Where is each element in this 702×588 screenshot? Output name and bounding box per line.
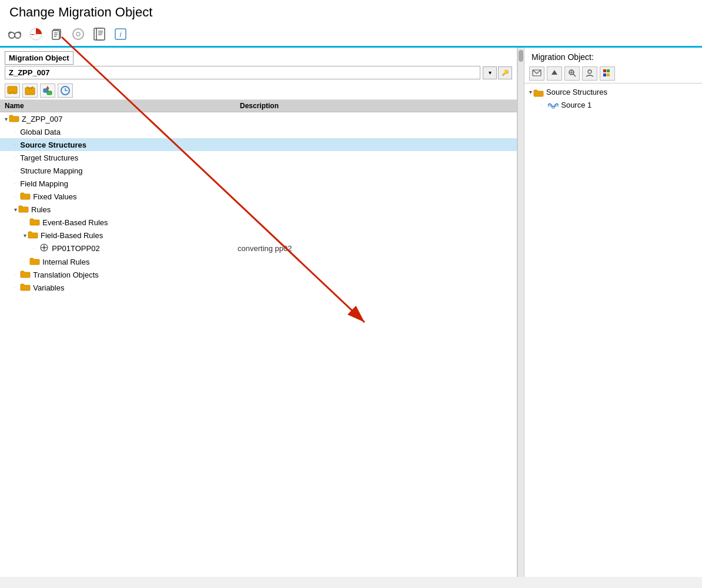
right-panel-toolbar xyxy=(524,64,702,83)
right-btn-user[interactable] xyxy=(582,66,597,81)
svg-point-13 xyxy=(76,32,80,36)
glasses-button[interactable] xyxy=(6,26,24,42)
tree-row[interactable]: ·Structure Mapping xyxy=(0,164,517,177)
title-bar: Change Migration Object xyxy=(0,0,702,22)
folder-icon xyxy=(9,114,19,124)
right-panel: Migration Object: xyxy=(524,48,702,577)
sub-btn-1[interactable] xyxy=(5,83,20,98)
tree-row[interactable]: · Fixed Values xyxy=(0,190,517,203)
svg-rect-49 xyxy=(607,74,610,76)
dropdown-button[interactable]: ▾ xyxy=(483,66,497,79)
toolbar: i xyxy=(0,22,702,48)
tree-row[interactable]: ▾ Z_ZPP_007 xyxy=(0,112,517,125)
tree-row-label: Translation Objects xyxy=(33,270,99,279)
search-button[interactable]: 🔑 xyxy=(498,66,512,79)
svg-rect-30 xyxy=(47,91,52,95)
svg-point-12 xyxy=(73,29,83,39)
tree-row[interactable]: ·Source Structures xyxy=(0,138,517,151)
tree-row-label: Fixed Values xyxy=(33,192,76,201)
right-folder-icon xyxy=(533,88,546,97)
tree-row[interactable]: · Internal Rules xyxy=(0,255,517,268)
tree-row-desc: converting pp02 xyxy=(238,244,514,253)
migration-object-label-row: Migration Object xyxy=(0,48,517,65)
svg-rect-15 xyxy=(96,28,105,40)
migration-object-label: Migration Object xyxy=(5,51,73,65)
svg-rect-47 xyxy=(607,69,610,72)
rule-icon xyxy=(39,243,49,254)
left-panel: Migration Object ▾ 🔑 xyxy=(0,48,517,577)
tree-row[interactable]: · PP01TOPP02converting pp02 xyxy=(0,242,517,255)
folder-icon xyxy=(20,192,31,202)
right-tree-row[interactable]: ▾ Source Structures xyxy=(524,86,702,99)
tree-row[interactable]: ▾ Field-Based Rules xyxy=(0,229,517,242)
tree-row[interactable]: ·Field Mapping xyxy=(0,177,517,190)
tree-row-label: Field-Based Rules xyxy=(41,231,103,240)
svg-point-1 xyxy=(15,32,21,38)
sub-toolbar xyxy=(0,82,517,100)
tree-row-label: Structure Mapping xyxy=(20,166,82,175)
migration-object-value-row: ▾ 🔑 xyxy=(0,65,517,82)
folder-icon xyxy=(20,283,31,293)
tree-row-label: PP01TOPP02 xyxy=(52,244,99,253)
svg-rect-48 xyxy=(603,74,606,76)
right-tree-area[interactable]: ▾ Source Structures· Source 1 xyxy=(524,83,702,577)
copy-button[interactable] xyxy=(48,26,66,42)
svg-marker-31 xyxy=(46,86,49,89)
right-btn-color[interactable] xyxy=(600,66,615,81)
sub-btn-2[interactable] xyxy=(22,83,38,98)
folder-icon xyxy=(28,230,38,240)
tree-row[interactable]: ·Target Structures xyxy=(0,151,517,164)
tree-area[interactable]: ▾ Z_ZPP_007·Global Data·Source Structure… xyxy=(0,112,517,577)
svg-point-38 xyxy=(43,246,45,249)
right-tree-row[interactable]: · Source 1 xyxy=(524,99,702,112)
svg-line-42 xyxy=(573,74,576,76)
tree-row[interactable]: · Translation Objects xyxy=(0,268,517,281)
tree-row[interactable]: · Event-Based Rules xyxy=(0,216,517,229)
page-title: Change Migration Object xyxy=(9,5,152,19)
tree-header: Name Description xyxy=(0,100,517,112)
tree-row-label: Z_ZPP_007 xyxy=(22,115,62,123)
tree-row-label: Field Mapping xyxy=(20,179,68,188)
svg-rect-46 xyxy=(603,69,606,72)
right-btn-up[interactable] xyxy=(547,66,562,81)
tree-row[interactable]: ·Global Data xyxy=(0,125,517,138)
svg-point-0 xyxy=(9,32,15,38)
svg-rect-23 xyxy=(8,86,17,93)
scrollbar-divider xyxy=(517,48,524,577)
right-btn-mail[interactable] xyxy=(529,66,544,81)
tree-row-label: Source Structures xyxy=(20,141,86,149)
tree-row-label: Rules xyxy=(31,205,51,214)
target-button[interactable] xyxy=(27,26,45,42)
right-btn-search[interactable] xyxy=(564,66,580,81)
sub-btn-3[interactable] xyxy=(40,83,55,98)
svg-point-45 xyxy=(588,70,591,74)
folder-icon xyxy=(29,257,40,267)
svg-text:i: i xyxy=(120,30,122,39)
tree-row-label: Variables xyxy=(33,283,64,292)
right-tree-row-label: Source Structures xyxy=(546,88,607,96)
right-panel-title: Migration Object: xyxy=(524,48,702,64)
circle-button[interactable] xyxy=(69,26,87,42)
tree-row-label: Internal Rules xyxy=(42,258,89,266)
tree-row[interactable]: · Variables xyxy=(0,281,517,294)
col-desc-header: Description xyxy=(240,102,512,110)
main-layout: Migration Object ▾ 🔑 xyxy=(0,48,702,577)
migration-object-input[interactable] xyxy=(5,66,480,79)
svg-rect-26 xyxy=(25,88,35,95)
tree-row-label: Target Structures xyxy=(20,153,78,162)
right-tree-row-label: Source 1 xyxy=(561,101,591,109)
svg-marker-40 xyxy=(551,70,557,75)
folder-icon xyxy=(20,270,31,280)
info-button[interactable]: i xyxy=(112,26,129,42)
col-name-header: Name xyxy=(5,102,240,110)
tree-row[interactable]: ▾ Rules xyxy=(0,203,517,216)
tree-row-label: Global Data xyxy=(20,128,61,136)
wave-source-icon xyxy=(547,101,561,110)
document-button[interactable] xyxy=(91,26,108,42)
folder-icon xyxy=(18,205,29,215)
sub-btn-4[interactable] xyxy=(58,83,73,98)
folder-icon xyxy=(29,218,40,228)
tree-row-label: Event-Based Rules xyxy=(42,218,108,227)
